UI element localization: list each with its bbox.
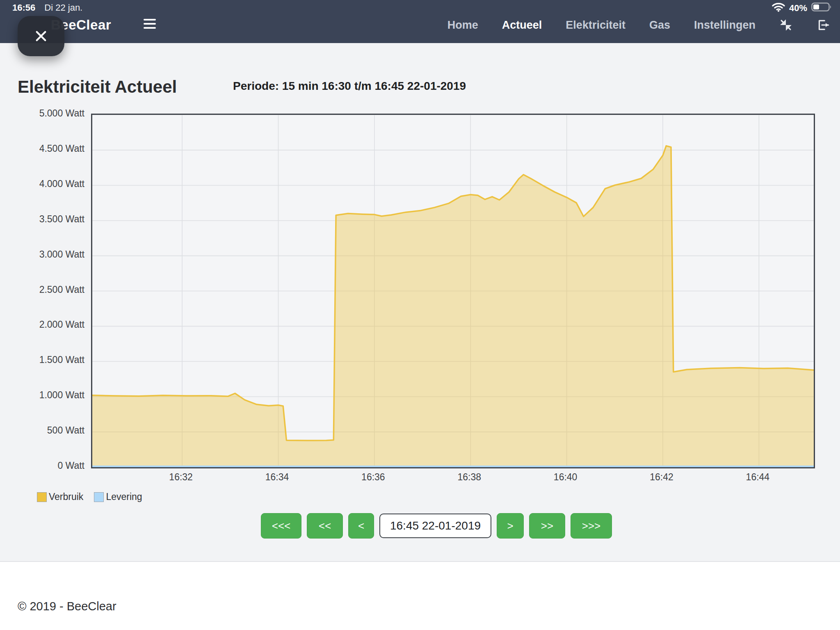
period-label: Periode: 15 min 16:30 t/m 16:45 22-01-20… <box>233 80 466 93</box>
chart-legend: Verbruik Levering <box>37 491 142 502</box>
y-axis-label: 2.500 Watt <box>0 284 84 295</box>
y-axis-label: 4.500 Watt <box>0 143 84 154</box>
y-axis-label: 5.000 Watt <box>0 108 84 119</box>
x-axis-label: 16:32 <box>156 472 205 483</box>
x-axis-label: 16:36 <box>349 472 398 483</box>
nav-item-gas[interactable]: Gas <box>649 19 670 32</box>
status-time: 16:56 <box>12 2 35 13</box>
copyright-text: © 2019 - BeeClear <box>18 600 116 613</box>
nav-item-elektriciteit[interactable]: Elektriciteit <box>566 19 625 32</box>
y-axis-label: 4.000 Watt <box>0 178 84 189</box>
hamburger-menu-icon[interactable] <box>144 19 157 29</box>
x-axis-label: 16:42 <box>637 472 686 483</box>
y-axis-label: 3.500 Watt <box>0 214 84 225</box>
nav-item-instellingen[interactable]: Instellingen <box>694 19 756 32</box>
nav-item-home[interactable]: Home <box>447 19 478 32</box>
period-pager: <<< << < > >> >>> <box>261 513 612 539</box>
legend-label: Levering <box>106 491 142 502</box>
compress-arrows-icon[interactable] <box>779 18 792 32</box>
status-bar-left: 16:56 Di 22 jan. <box>12 2 82 13</box>
legend-item-verbruik: Verbruik <box>37 491 83 502</box>
pager-forward-button[interactable]: >> <box>529 513 565 539</box>
pager-fast-forward-button[interactable]: >>> <box>571 513 612 539</box>
app-screen: 16:56 Di 22 jan. 40% BeeCl <box>0 0 840 630</box>
header-bar: 16:56 Di 22 jan. 40% BeeCl <box>0 0 840 43</box>
y-axis-label: 1.000 Watt <box>0 390 84 401</box>
page-title: Elektriciteit Actueel <box>18 77 177 97</box>
logout-icon[interactable] <box>816 18 830 32</box>
pager-step-back-button[interactable]: < <box>348 513 374 539</box>
pager-back-button[interactable]: << <box>307 513 343 539</box>
x-axis-label: 16:40 <box>541 472 590 483</box>
footer: © 2019 - BeeClear <box>0 561 840 630</box>
levering-swatch <box>94 492 104 502</box>
y-axis-label: 1.500 Watt <box>0 354 84 365</box>
close-x-icon[interactable] <box>18 16 64 56</box>
x-axis-label: 16:34 <box>253 472 302 483</box>
date-input[interactable] <box>379 514 491 538</box>
legend-label: Verbruik <box>49 491 83 502</box>
y-axis-label: 2.000 Watt <box>0 319 84 330</box>
y-axis-label: 3.000 Watt <box>0 249 84 260</box>
pager-fast-back-button[interactable]: <<< <box>261 513 301 539</box>
nav-item-actueel[interactable]: Actueel <box>502 19 542 32</box>
y-axis-label: 500 Watt <box>0 425 84 436</box>
status-date: Di 22 jan. <box>44 2 82 13</box>
x-axis-label: 16:38 <box>445 472 494 483</box>
legend-item-levering: Levering <box>94 491 142 502</box>
nav-links: Home Actueel Elektriciteit Gas Instellin… <box>447 12 830 38</box>
pager-step-forward-button[interactable]: > <box>497 513 524 539</box>
electricity-chart <box>91 114 815 468</box>
x-axis-label: 16:44 <box>733 472 782 483</box>
verbruik-swatch <box>37 492 47 502</box>
y-axis-label: 0 Watt <box>0 460 84 471</box>
